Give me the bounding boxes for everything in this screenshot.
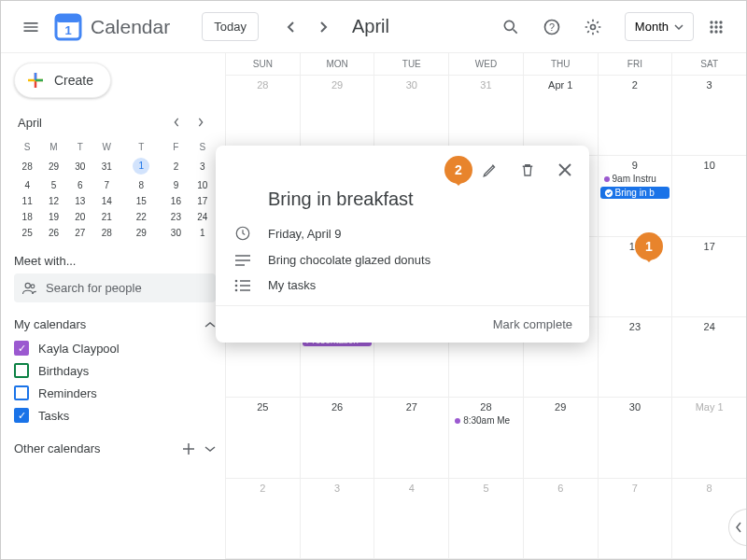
day-cell[interactable]: 4: [374, 479, 448, 558]
day-cell[interactable]: 7: [598, 479, 672, 558]
mini-day[interactable]: 1: [120, 155, 162, 177]
svg-rect-1: [56, 15, 80, 22]
day-cell[interactable]: 5: [448, 479, 523, 558]
day-cell[interactable]: Apr 1: [523, 76, 598, 155]
mini-day[interactable]: 29: [120, 225, 162, 241]
mini-day[interactable]: 4: [14, 177, 40, 193]
apps-button[interactable]: [698, 8, 735, 46]
help-button[interactable]: ?: [533, 8, 571, 46]
mini-day[interactable]: 29: [40, 155, 66, 177]
mini-day[interactable]: 13: [67, 193, 93, 209]
mini-day[interactable]: 10: [190, 177, 216, 193]
checkbox[interactable]: [14, 341, 29, 356]
mini-day[interactable]: 9: [162, 177, 189, 193]
mini-calendar[interactable]: SMTWTFS 28293031123456789101112131415161…: [14, 139, 216, 241]
mini-day[interactable]: 17: [190, 193, 216, 209]
checkbox[interactable]: [14, 363, 29, 378]
event-description: Bring chocolate glazed donuts: [268, 253, 430, 267]
my-calendars-toggle[interactable]: My calendars: [14, 317, 216, 331]
event-chip[interactable]: 8:30am Me: [451, 414, 521, 427]
checkbox[interactable]: [14, 385, 29, 400]
mini-day[interactable]: 18: [14, 209, 40, 225]
day-cell[interactable]: 17: [671, 237, 746, 316]
main-menu-button[interactable]: [12, 8, 49, 46]
mini-day[interactable]: 30: [67, 155, 93, 177]
mini-next-button[interactable]: [190, 111, 212, 133]
mini-day[interactable]: 22: [120, 209, 162, 225]
mini-day[interactable]: 6: [67, 177, 93, 193]
day-cell[interactable]: 31: [448, 76, 523, 155]
day-number: 4: [374, 483, 448, 494]
mini-day[interactable]: 21: [93, 209, 120, 225]
create-button[interactable]: Create: [14, 63, 111, 98]
app-name: Calendar: [91, 16, 170, 38]
day-cell[interactable]: 26: [300, 398, 374, 477]
day-cell[interactable]: 2: [598, 76, 672, 155]
day-cell[interactable]: 23: [598, 317, 672, 397]
close-popup-button[interactable]: [548, 153, 582, 187]
calendar-item[interactable]: Kayla Claypool: [14, 337, 216, 359]
next-month-button[interactable]: [309, 12, 339, 42]
mini-day[interactable]: 30: [162, 225, 189, 241]
event-chip[interactable]: 9am Instru: [600, 173, 670, 185]
mini-day[interactable]: 28: [14, 155, 40, 177]
checkbox[interactable]: [14, 408, 29, 423]
day-cell[interactable]: 27: [374, 398, 448, 477]
event-chip[interactable]: Bring in b: [600, 187, 670, 199]
day-cell[interactable]: 30: [374, 76, 448, 155]
calendar-item[interactable]: Reminders: [14, 382, 216, 404]
mini-day[interactable]: 2: [162, 155, 189, 177]
mini-day[interactable]: 11: [14, 193, 40, 209]
day-cell[interactable]: 10: [671, 156, 746, 235]
view-selector[interactable]: Month: [625, 12, 694, 41]
mini-day[interactable]: 26: [40, 225, 66, 241]
day-cell[interactable]: 6: [523, 479, 598, 558]
mini-day[interactable]: 16: [162, 193, 189, 209]
mini-day[interactable]: 3: [190, 155, 216, 177]
day-cell[interactable]: 24: [671, 317, 746, 397]
day-cell[interactable]: 28: [225, 76, 300, 155]
mini-day[interactable]: 25: [14, 225, 40, 241]
day-cell[interactable]: 3: [300, 479, 374, 558]
mini-day[interactable]: 5: [40, 177, 66, 193]
mini-day[interactable]: 14: [93, 193, 120, 209]
day-cell[interactable]: 29: [300, 76, 374, 155]
other-calendars-toggle[interactable]: Other calendars: [14, 441, 216, 455]
mini-day[interactable]: 12: [40, 193, 66, 209]
settings-button[interactable]: [574, 8, 612, 46]
mini-day[interactable]: 15: [120, 193, 162, 209]
mini-day[interactable]: 23: [162, 209, 189, 225]
day-number: 5: [449, 483, 523, 494]
mark-complete-button[interactable]: Mark complete: [216, 305, 589, 343]
mini-day[interactable]: 27: [67, 225, 93, 241]
mini-day[interactable]: 7: [93, 177, 120, 193]
today-button[interactable]: Today: [202, 12, 259, 41]
mini-prev-button[interactable]: [165, 111, 188, 133]
calendar-item[interactable]: Birthdays: [14, 359, 216, 382]
search-button[interactable]: [492, 8, 529, 46]
day-cell[interactable]: 29: [523, 398, 598, 477]
day-cell[interactable]: May 1: [671, 398, 746, 477]
mini-day[interactable]: 28: [93, 225, 120, 241]
mini-day[interactable]: 31: [93, 155, 120, 177]
event-date: Friday, April 9: [268, 227, 342, 241]
mini-day[interactable]: 19: [40, 209, 66, 225]
day-number: 17: [672, 241, 746, 252]
day-cell[interactable]: 288:30am Me: [448, 398, 523, 477]
calendar-item[interactable]: Tasks: [14, 404, 216, 427]
day-cell[interactable]: 25: [225, 398, 300, 477]
day-cell[interactable]: 2: [225, 479, 300, 558]
day-cell[interactable]: 30: [598, 398, 672, 477]
day-cell[interactable]: 3: [671, 76, 746, 155]
mini-day[interactable]: 1: [190, 225, 216, 241]
prev-month-button[interactable]: [275, 12, 305, 42]
callout-marker-1: 1: [635, 232, 663, 260]
edit-event-button[interactable]: [473, 153, 507, 187]
mini-day[interactable]: 20: [67, 209, 93, 225]
mini-day[interactable]: 24: [190, 209, 216, 225]
delete-event-button[interactable]: [511, 153, 544, 187]
plus-icon[interactable]: [182, 442, 195, 455]
day-cell[interactable]: 99am InstruBring in b: [598, 156, 672, 235]
search-people-input[interactable]: Search for people: [14, 273, 216, 302]
mini-day[interactable]: 8: [120, 177, 162, 193]
